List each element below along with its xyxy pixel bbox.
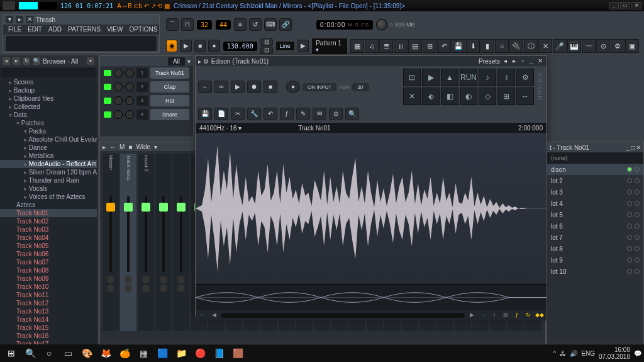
panel-collapse-button[interactable]: ▾ [6, 16, 13, 23]
channel-vol-knob[interactable] [125, 69, 134, 77]
task-app3-icon[interactable]: 🟦 [153, 346, 171, 361]
tool1-icon[interactable]: ⚙ [611, 39, 625, 53]
edison-min-icon[interactable]: _ [528, 57, 535, 65]
task-tc-icon[interactable]: ▦ [135, 346, 152, 361]
mixer-view-icon[interactable]: ■ [128, 144, 132, 150]
channel-number[interactable]: 4 [136, 110, 148, 120]
strip-send-knob[interactable] [125, 285, 132, 292]
tree-item[interactable]: Vocals [0, 184, 97, 193]
render-icon[interactable]: ⬇ [466, 39, 480, 53]
edison-loop-button[interactable]: ∞ [214, 81, 228, 93]
strip-pan-knob[interactable] [107, 276, 114, 283]
edison-save-button[interactable]: 💾 [198, 108, 212, 120]
task-word-icon[interactable]: 📘 [210, 346, 228, 361]
fx-min-button[interactable]: _ [626, 144, 630, 151]
tree-item[interactable]: Track No14 [0, 315, 97, 324]
channel-button[interactable]: Track No01 [150, 67, 189, 79]
tree-item[interactable]: Data [0, 111, 97, 119]
edison-marker-button[interactable]: ⊙ [329, 108, 343, 120]
fx-slot-led[interactable] [627, 167, 632, 172]
tree-item[interactable]: Track No03 [0, 225, 97, 234]
channel-mute-led[interactable] [104, 70, 111, 76]
channel-button[interactable]: Snare [150, 109, 189, 120]
pianoroll-icon[interactable]: ♫ [365, 39, 379, 53]
edison-env-icon[interactable]: ↻ [524, 312, 533, 319]
edison-undo-button[interactable]: ↶ [264, 108, 277, 120]
edison-tool-button[interactable]: RUN [460, 69, 477, 86]
snap-button[interactable]: ≡ [234, 18, 247, 31]
strip-fader[interactable] [162, 196, 165, 272]
edison-tool-button[interactable]: ▶ [422, 69, 440, 86]
play-button[interactable]: ▶ [180, 40, 191, 52]
edison-detach-icon[interactable]: ▫ [519, 57, 526, 65]
edison-tool-button[interactable]: ✕ [403, 88, 421, 105]
mixer-strip[interactable]: Insert 2 [138, 154, 154, 331]
edison-tool-button[interactable]: ♪ [479, 69, 496, 86]
pattern-prev-button[interactable]: ▶ [297, 40, 309, 52]
fx-slot-mix[interactable] [635, 189, 640, 195]
channel-mute-led[interactable] [104, 98, 111, 104]
maximize-button[interactable]: □ [620, 2, 630, 9]
panel-close-button[interactable]: ✕ [26, 16, 33, 23]
edison-grid-icon[interactable]: ⊞ [501, 312, 510, 319]
menu-patterns[interactable]: PATTERNS [65, 25, 103, 35]
mixer-layout-select[interactable]: Wide [136, 144, 150, 150]
rec-edison-icon[interactable]: ⊙ [596, 39, 610, 53]
start-button[interactable]: ⊞ [3, 346, 20, 361]
tray-vol-icon[interactable]: 🔊 [570, 350, 577, 357]
tree-item[interactable]: Track No10 [0, 283, 97, 291]
strip-send-knob[interactable] [142, 285, 150, 292]
strip-fader[interactable] [109, 196, 112, 272]
fx-slot-mix[interactable] [635, 257, 640, 263]
tree-item[interactable]: Collected [0, 103, 97, 111]
fx-slot[interactable]: lot 2 [547, 175, 643, 186]
fx-slot-mix[interactable] [635, 178, 640, 183]
tree-item[interactable]: Packs [0, 127, 97, 135]
strip-fader[interactable] [180, 196, 182, 272]
mixer-drop-icon[interactable]: ▾ [154, 144, 157, 150]
tree-item[interactable]: Thunder and Rain [0, 176, 97, 184]
panel-detach-button[interactable]: ▸ [16, 16, 23, 23]
fx-slot-mix[interactable] [635, 167, 640, 172]
channel-filter-select[interactable]: All [168, 57, 185, 65]
mixer-menu-icon[interactable]: ▸ [103, 144, 106, 150]
pattern-mode-button[interactable]: ◉ [166, 40, 177, 52]
channel-number[interactable]: 2 [136, 82, 148, 92]
tree-item[interactable]: Scores [0, 78, 97, 86]
strip-pan-knob[interactable] [177, 276, 185, 283]
tree-item[interactable]: Track No08 [0, 266, 97, 274]
mixer-strip[interactable]: Master [103, 154, 119, 331]
mixer-m-icon[interactable]: M [119, 144, 125, 150]
edison-scroll-left-icon[interactable]: ◀ [209, 312, 218, 319]
channel-pan-knob[interactable] [114, 110, 123, 119]
tree-item[interactable]: Track No11 [0, 291, 97, 299]
menu-view[interactable]: VIEW [104, 25, 126, 35]
task-explorer-icon[interactable]: 📁 [172, 346, 190, 361]
typing-kb-button[interactable]: ⌨ [264, 18, 277, 31]
tree-item[interactable]: Clipboard files [0, 94, 97, 103]
task-fl-icon[interactable]: 🍊 [116, 346, 133, 361]
channel-vol-knob[interactable] [125, 110, 134, 119]
fx-slot-led[interactable] [627, 246, 632, 251]
metronome-button[interactable]: ⌒ [166, 18, 179, 31]
browser-fwd-icon[interactable]: ▸ [13, 57, 20, 65]
channel-pan-knob[interactable] [114, 69, 123, 77]
tray-notif-icon[interactable]: 💬 [634, 350, 641, 357]
edison-send-button[interactable]: ✉ [313, 108, 326, 120]
fx-slot-led[interactable] [627, 201, 632, 206]
edison-swap-icon[interactable]: ◆◆ [535, 312, 544, 319]
fx-slot-mix[interactable] [635, 223, 640, 229]
strip-fader[interactable] [145, 196, 147, 272]
tempo-tap-icon[interactable]: ⊞ [423, 39, 436, 53]
strip-pan-knob[interactable] [125, 276, 132, 283]
channel-rack-options-icon[interactable]: ▾ [187, 58, 191, 65]
playlist-icon[interactable]: ▦ [350, 39, 364, 53]
channel-vol-knob[interactable] [125, 96, 134, 105]
slip-button[interactable]: ⊡ [260, 47, 273, 54]
edison-tool-button[interactable]: ⊡ [403, 69, 421, 86]
plug-icon[interactable]: 🔌 [509, 39, 523, 53]
tree-item[interactable]: Aztecs [0, 201, 97, 209]
seg-a[interactable]: 32 [196, 20, 213, 30]
browser-back-icon[interactable]: ◂ [3, 57, 10, 65]
edison-vzoom-icon[interactable]: ↕ [490, 312, 499, 319]
